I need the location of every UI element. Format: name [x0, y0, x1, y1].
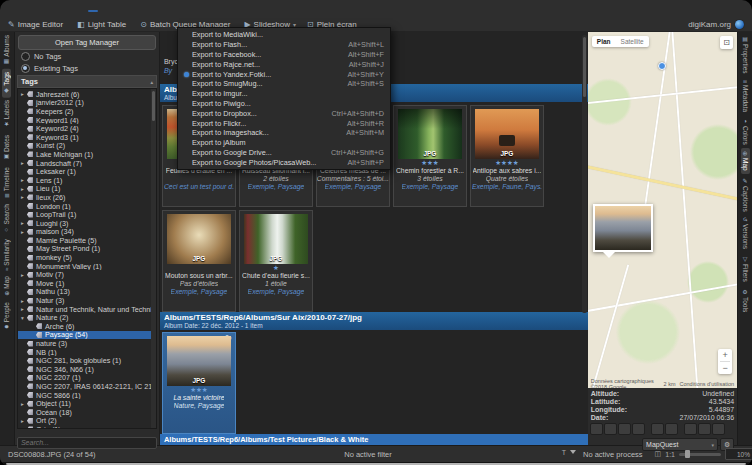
menubar-item[interactable] [58, 10, 68, 12]
right-sidebar-tab[interactable]: ✎ Captions [741, 174, 750, 215]
tag-tree-item[interactable]: May Street Pond (1) [18, 245, 156, 254]
photo-thumbnail[interactable]: JPG [398, 109, 462, 159]
map-zoom-out-button[interactable]: − [718, 362, 732, 374]
export-menu-item[interactable]: Export to SmugMug... Alt+Shift+S [178, 79, 390, 89]
tag-tree-item[interactable]: Mamie Paulette (5) [18, 236, 156, 245]
export-menu-item[interactable]: Export to Piwigo... [178, 99, 390, 109]
tag-tree-item[interactable]: Move (1) [18, 279, 156, 288]
tag-tree-item[interactable]: Keyword1 (4) [18, 116, 156, 125]
tag-tree-item[interactable]: Keepers (2) [18, 107, 156, 116]
funnel-icon[interactable] [570, 450, 576, 454]
tag-tree-item[interactable]: ▸ Lens (1) [18, 176, 156, 185]
tag-tree-item[interactable]: Nathu (13) [18, 288, 156, 297]
left-sidebar-tab[interactable]: ○ Search [2, 201, 11, 236]
zoom-percent-input[interactable]: 10% [725, 448, 752, 460]
thumbnail-cell[interactable]: JPG ★★★★ Antilope aux sabres i... Quatre… [470, 105, 544, 207]
tag-tree-item[interactable]: ▾ Nature (2) [18, 313, 156, 322]
expander-icon[interactable]: ▸ [21, 229, 27, 235]
photo-thumbnail[interactable]: JPG [167, 214, 231, 264]
left-sidebar-tab[interactable]: ▣ Dates [2, 132, 11, 164]
tag-tree-item[interactable]: ▸ Motiv (7) [18, 270, 156, 279]
tag-tree-item[interactable]: Leksaker (1) [18, 167, 156, 176]
open-tag-manager-button[interactable]: Open Tag Manager [18, 35, 156, 50]
tag-tree-item[interactable]: ▸ lieux (26) [18, 193, 156, 202]
tag-tree-item[interactable]: NGC 2207 (1) [18, 374, 156, 383]
left-sidebar-tab[interactable]: ≈ Similarity [2, 236, 11, 274]
tag-tree-item[interactable]: ▸ maison (34) [18, 228, 156, 237]
search-input[interactable] [17, 437, 157, 449]
tag-tree-item[interactable]: ▸ Landschaft (7) [18, 159, 156, 168]
map-satellite-button[interactable]: Satellite [616, 36, 649, 47]
tag-tree-item[interactable]: Arche (6) [18, 322, 156, 331]
left-sidebar-tab[interactable]: ⊕ Map [2, 273, 11, 299]
export-menu-item[interactable]: Export to Google Drive... Ctrl+Alt+Shift… [178, 148, 390, 158]
text-filter-icon[interactable]: T [562, 449, 566, 456]
export-menu-item[interactable]: Export to Flickr... Alt+Shift+R [178, 118, 390, 128]
map-tool-button[interactable] [590, 423, 603, 435]
existing-tags-radio-row[interactable]: Existing Tags [15, 62, 159, 74]
expander-icon[interactable]: ▸ [21, 272, 27, 278]
tag-tree-item[interactable]: ▸ Jahreszeit (6) [18, 90, 156, 99]
right-sidebar-tab[interactable]: ⊕ Map [741, 148, 750, 174]
map-zoom-in-button[interactable]: + [718, 349, 732, 361]
menubar-item[interactable] [38, 10, 48, 12]
photo-thumbnail[interactable]: JPG [475, 109, 539, 159]
album-banner-bottom[interactable]: Albums/TESTS/Rep6/Albums/Test Pictures/B… [160, 434, 588, 445]
radio-icon[interactable] [21, 52, 30, 61]
export-menu-item[interactable]: Export to Flash... Alt+Shift+L [178, 40, 390, 50]
map-view[interactable]: Plan Satellite ⊡ + − Données cartographi… [588, 32, 737, 388]
map-tool-button[interactable] [651, 423, 664, 435]
fit-to-window-icon[interactable]: ◫ [655, 450, 662, 458]
map-tool-button[interactable] [618, 423, 631, 435]
tag-tree-item[interactable]: LoopTrail (1) [18, 210, 156, 219]
tag-tree-item[interactable]: ▸ Luoghi (3) [18, 219, 156, 228]
zoom-one-to-one-icon[interactable]: 1:1 [665, 451, 675, 458]
tag-tree-item[interactable]: NGC 281, bok globules (1) [18, 356, 156, 365]
expander-icon[interactable]: ▸ [21, 401, 27, 407]
menubar-item[interactable] [28, 10, 38, 12]
expander-icon[interactable]: ▸ [21, 186, 27, 192]
tag-tree-item[interactable]: Monument Valley (1) [18, 262, 156, 271]
export-menu-item[interactable]: Export to MediaWiki... [178, 30, 390, 40]
export-menu-item[interactable]: Export to Facebook... Alt+Shift+F [178, 50, 390, 60]
thumbnail-cell[interactable]: JPG Mouton sous un arbr... Pas d'étoiles… [162, 210, 236, 312]
tag-tree-scrollbar[interactable] [151, 89, 156, 428]
menubar-item[interactable] [48, 10, 58, 12]
menubar-item[interactable] [78, 10, 88, 12]
tag-tree-item[interactable]: ▸ Natur und Technik, Natur und Technik [18, 305, 156, 314]
expander-icon[interactable]: ▾ [21, 315, 27, 321]
map-tool-button[interactable] [665, 423, 678, 435]
selected-thumbnail-cell[interactable]: ↻ JPG ★★★ La sainte victoire Nature, Pay… [162, 332, 236, 434]
map-plan-button[interactable]: Plan [592, 36, 616, 47]
tag-tree-item[interactable]: Lake Michigan (1) [18, 150, 156, 159]
export-menu-item[interactable]: Export to Google Photos/PicasaWeb... Alt… [178, 157, 390, 167]
photo-thumbnail[interactable]: JPG [244, 214, 308, 264]
tag-tree-item[interactable]: NB (1) [18, 348, 156, 357]
expander-icon[interactable]: ▸ [21, 177, 27, 183]
right-sidebar-tab[interactable]: ◑ Colors [741, 115, 750, 148]
photo-map-popup[interactable] [593, 204, 653, 252]
scroll-up-icon[interactable]: ▴ [150, 79, 153, 85]
right-sidebar-tab[interactable]: ▤ Properties [741, 32, 750, 77]
map-tool-button[interactable] [698, 423, 711, 435]
tag-tree-item[interactable]: ▸ Orte (1) [18, 425, 156, 429]
expander-icon[interactable]: ▸ [21, 306, 27, 312]
tag-tree-item[interactable]: Kunst (2) [18, 142, 156, 151]
menubar-item[interactable] [108, 10, 118, 12]
right-sidebar-tab[interactable]: ⚙ Tools [741, 285, 750, 315]
tag-tree-item[interactable]: ▸ Ort (2) [18, 417, 156, 426]
tag-tree-item[interactable]: Keyword2 (4) [18, 124, 156, 133]
expander-icon[interactable]: ▸ [21, 418, 27, 424]
thumbnail-cell[interactable]: JPG ★ Chute d'eau fleurie s... 1 étoile … [239, 210, 313, 312]
export-menu-item[interactable]: Export to Imageshack... Alt+Shift+M [178, 128, 390, 138]
menubar-item[interactable] [98, 10, 108, 12]
left-sidebar-tab[interactable]: ▦ Albums [2, 32, 11, 69]
radio-icon-checked[interactable] [21, 64, 30, 73]
left-sidebar-tab[interactable]: ★ Labels [2, 97, 11, 131]
tag-tree-item[interactable]: monkey (5) [18, 253, 156, 262]
toolbar-button[interactable]: ✎ Image Editor [8, 20, 66, 29]
tag-tree-item[interactable]: ▸ Lieu (1) [18, 185, 156, 194]
tag-tree-item[interactable]: Océan (18) [18, 408, 156, 417]
menubar-item[interactable] [18, 10, 28, 12]
tag-tree-item[interactable]: ▸ Object (11) [18, 399, 156, 408]
